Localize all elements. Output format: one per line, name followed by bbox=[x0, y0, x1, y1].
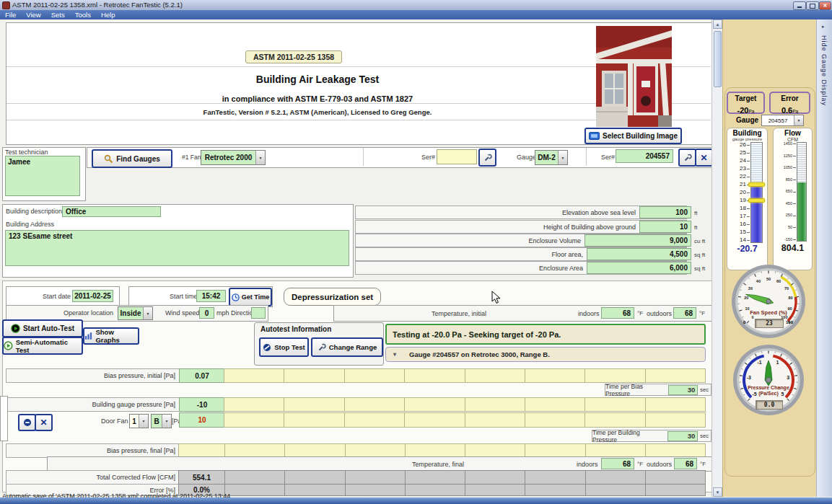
door-fan-pressure-value[interactable]: 10 bbox=[179, 412, 225, 428]
door-fan-number-select[interactable]: 1 ▼ bbox=[129, 414, 149, 428]
data-cell[interactable] bbox=[645, 368, 706, 383]
data-cell[interactable] bbox=[178, 443, 225, 458]
data-cell[interactable] bbox=[284, 412, 344, 428]
operator-location-select[interactable]: Inside ▼ bbox=[118, 306, 153, 320]
data-cell[interactable] bbox=[584, 412, 645, 428]
stop-test-button[interactable]: Stop Test bbox=[259, 337, 309, 357]
scroll-thumb[interactable] bbox=[714, 31, 722, 87]
remove-fan-button[interactable]: ✕ bbox=[35, 414, 53, 431]
data-cell[interactable] bbox=[645, 443, 706, 458]
close-button[interactable]: ✕ bbox=[819, 1, 831, 10]
data-cell[interactable] bbox=[404, 368, 465, 383]
menu-view[interactable]: View bbox=[21, 11, 45, 19]
start-time-input[interactable]: 15:42 bbox=[196, 290, 226, 302]
find-gauges-button[interactable]: Find Gauges bbox=[92, 149, 172, 168]
data-cell[interactable] bbox=[284, 397, 344, 412]
building-pressure-value[interactable]: -10 bbox=[179, 397, 225, 412]
minimize-button[interactable] bbox=[793, 1, 806, 10]
time-per-bias-input[interactable]: 30 bbox=[668, 385, 698, 395]
data-cell[interactable] bbox=[405, 443, 465, 458]
data-cell[interactable] bbox=[525, 443, 585, 458]
title-bar[interactable]: ASTM 2011-02-25 1358.xml - Retrotec FanT… bbox=[0, 0, 832, 10]
wind-speed-input[interactable]: 0 bbox=[199, 307, 214, 319]
temp-initial-indoors-input[interactable]: 68 bbox=[601, 307, 634, 319]
remove-gauge-button[interactable]: ✕ bbox=[695, 149, 713, 167]
door-fan-range-select[interactable]: B ▼ bbox=[151, 414, 172, 428]
data-cell[interactable] bbox=[645, 412, 706, 428]
unit-label: °F bbox=[699, 310, 705, 317]
floor-area-input[interactable]: 4,500 bbox=[587, 248, 691, 260]
data-cell[interactable] bbox=[465, 443, 525, 458]
data-cell[interactable] bbox=[404, 412, 465, 428]
menu-help[interactable]: Help bbox=[96, 11, 121, 19]
menu-sets[interactable]: Sets bbox=[46, 11, 70, 19]
wind-direction-input[interactable] bbox=[251, 307, 266, 319]
data-cell[interactable] bbox=[525, 412, 585, 428]
close-icon: ✕ bbox=[40, 417, 47, 428]
building-height-input[interactable]: 10 bbox=[639, 221, 691, 233]
data-cell[interactable] bbox=[525, 368, 585, 383]
data-cell[interactable] bbox=[344, 412, 405, 428]
gauge-select[interactable]: DM-2 ▼ bbox=[535, 150, 568, 165]
elevation-input[interactable]: 100 bbox=[639, 206, 691, 218]
data-cell[interactable] bbox=[284, 368, 344, 383]
start-date-input[interactable]: 2011-02-25 bbox=[72, 290, 113, 302]
data-cell[interactable] bbox=[465, 412, 525, 428]
vertical-scrollbar[interactable]: ▲ ▼ bbox=[711, 19, 722, 497]
data-cell[interactable] bbox=[404, 397, 465, 412]
technician-input[interactable]: Jamee bbox=[5, 156, 80, 196]
select-building-image-button[interactable]: Select Building Image bbox=[584, 128, 682, 144]
data-cell[interactable] bbox=[525, 397, 585, 412]
building-address-input[interactable]: 123 SEsame street bbox=[5, 230, 349, 266]
data-cell[interactable] bbox=[584, 397, 645, 412]
get-time-button[interactable]: Get Time bbox=[229, 288, 272, 306]
fan-control-button[interactable] bbox=[18, 414, 36, 431]
data-cell[interactable] bbox=[465, 397, 525, 412]
temp-final-outdoors-input[interactable]: 68 bbox=[674, 458, 697, 469]
serial1-config-button[interactable] bbox=[478, 149, 496, 167]
data-cell[interactable] bbox=[645, 397, 706, 412]
data-cell[interactable] bbox=[224, 397, 284, 412]
building-description-input[interactable]: Office bbox=[62, 206, 161, 217]
panel-gauge-select[interactable]: 204557 ▼ bbox=[761, 115, 804, 126]
data-cell[interactable] bbox=[224, 443, 285, 458]
enclosure-area-input[interactable]: 6,000 bbox=[587, 262, 691, 274]
data-cell[interactable] bbox=[224, 368, 284, 383]
temp-final-indoors-input[interactable]: 68 bbox=[601, 458, 634, 469]
hide-gauge-strip[interactable]: ▸ Hide Gauge Display bbox=[816, 19, 832, 497]
close-icon: ✕ bbox=[823, 3, 828, 9]
fan-select[interactable]: Retrotec 2000 ▼ bbox=[201, 150, 266, 165]
data-cell[interactable] bbox=[345, 443, 406, 458]
bias-initial-value[interactable]: 0.07 bbox=[179, 368, 225, 383]
menu-file[interactable]: File bbox=[0, 11, 21, 19]
semi-automatic-test-button[interactable]: Semi-Automatic Test bbox=[2, 337, 83, 355]
enclosure-volume-input[interactable]: 9,000 bbox=[584, 234, 691, 247]
serial1-input[interactable] bbox=[437, 149, 477, 164]
serial2-config-button[interactable] bbox=[678, 149, 696, 167]
pressurization-mode-button[interactable]: Depressurization set bbox=[284, 288, 381, 306]
scroll-down-button[interactable]: ▼ bbox=[713, 487, 722, 497]
gauge-info-bar[interactable]: ▾ Gauge #204557 on Retrotec 3000, Range … bbox=[385, 347, 706, 362]
pressure-change-label-2: (Pa/Sec) bbox=[732, 391, 805, 396]
temp-initial-outdoors-input[interactable]: 68 bbox=[673, 307, 696, 319]
scroll-up-button[interactable]: ▲ bbox=[713, 19, 722, 29]
maximize-button[interactable] bbox=[806, 1, 819, 10]
serial2-input[interactable]: 204557 bbox=[616, 149, 673, 163]
autotest-group-title: Autotest Information bbox=[260, 325, 331, 333]
data-cell[interactable] bbox=[224, 412, 284, 428]
error-label: Error bbox=[771, 94, 809, 102]
data-cell[interactable] bbox=[344, 368, 405, 383]
start-auto-test-button[interactable]: Start Auto-Test bbox=[2, 319, 83, 337]
test-file-badge[interactable]: ASTM 2011-02-25 1358 bbox=[245, 50, 342, 63]
data-cell[interactable] bbox=[584, 368, 645, 383]
time-per-building-label: Time per Building Pressure bbox=[592, 429, 665, 443]
data-cell[interactable] bbox=[465, 368, 525, 383]
data-cell[interactable] bbox=[284, 443, 345, 458]
data-cell[interactable] bbox=[344, 397, 405, 412]
time-per-building-input[interactable]: 30 bbox=[667, 431, 698, 441]
change-range-button[interactable]: Change Range bbox=[311, 337, 383, 357]
data-cell[interactable] bbox=[585, 443, 646, 458]
menu-tools[interactable]: Tools bbox=[70, 11, 96, 19]
show-graphs-button[interactable]: Show Graphs bbox=[83, 327, 139, 345]
mouse-cursor bbox=[491, 291, 502, 305]
